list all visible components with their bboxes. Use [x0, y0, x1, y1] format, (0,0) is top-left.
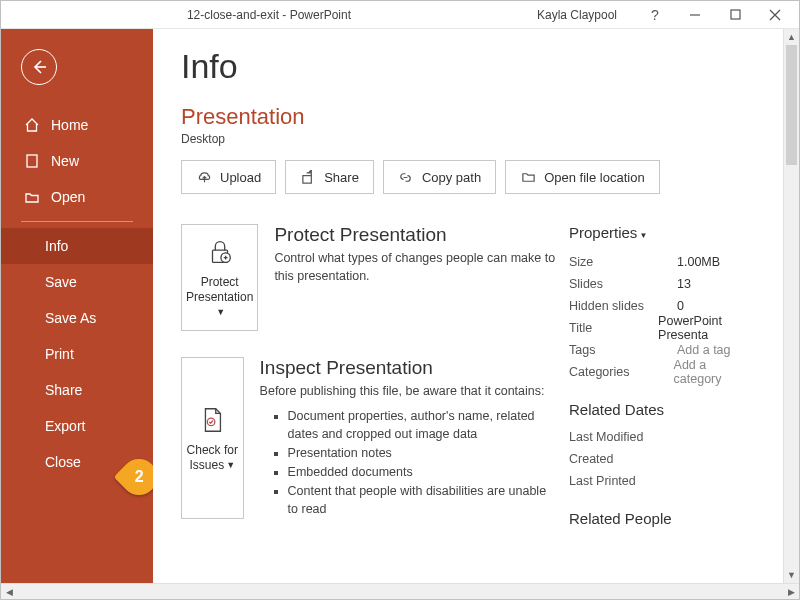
- prop-label: Slides: [569, 277, 677, 291]
- scroll-left-icon[interactable]: ◀: [1, 584, 17, 599]
- sidebar-item-info[interactable]: Info: [1, 228, 153, 264]
- minimize-button[interactable]: [675, 1, 715, 29]
- related-dates-heading: Related Dates: [569, 401, 755, 418]
- copy-path-button[interactable]: Copy path: [383, 160, 496, 194]
- share-button[interactable]: Share: [285, 160, 374, 194]
- protect-presentation-button[interactable]: Protect Presentation▼: [181, 224, 258, 331]
- prop-label: Tags: [569, 343, 677, 357]
- prop-label: Last Printed: [569, 474, 677, 488]
- prop-label: Categories: [569, 365, 674, 379]
- sidebar-item-label: Info: [45, 238, 68, 254]
- chevron-down-icon: ▼: [639, 231, 647, 240]
- protect-desc: Control what types of changes people can…: [274, 250, 559, 285]
- sidebar-item-label: Print: [45, 346, 74, 362]
- inspect-list: Document properties, author's name, rela…: [260, 407, 559, 520]
- lock-icon: [203, 235, 237, 269]
- link-icon: [398, 169, 414, 185]
- upload-button[interactable]: Upload: [181, 160, 276, 194]
- new-icon: [23, 152, 41, 170]
- sidebar-item-label: Open: [51, 189, 85, 205]
- related-people-heading: Related People: [569, 510, 755, 527]
- sidebar-item-home[interactable]: Home: [1, 107, 153, 143]
- prop-value-tags[interactable]: Add a tag: [677, 343, 731, 357]
- sidebar-item-label: Save As: [45, 310, 96, 326]
- backstage-sidebar: Home New Open Info Save Save As Print Sh…: [1, 29, 153, 583]
- prop-label: Last Modified: [569, 430, 677, 444]
- presentation-title: Presentation: [181, 104, 755, 130]
- chevron-down-icon: ▼: [226, 460, 235, 471]
- button-label: Copy path: [422, 170, 481, 185]
- prop-label: Created: [569, 452, 677, 466]
- close-window-button[interactable]: [755, 1, 795, 29]
- inspect-title: Inspect Presentation: [260, 357, 559, 379]
- prop-value-hidden: 0: [677, 299, 684, 313]
- sidebar-item-label: Home: [51, 117, 88, 133]
- scroll-thumb[interactable]: [786, 45, 797, 165]
- window-title: 12-close-and-exit - PowerPoint: [1, 8, 537, 22]
- inspect-icon: [195, 403, 229, 437]
- svg-rect-6: [303, 175, 311, 183]
- check-for-issues-button[interactable]: Check for Issues▼: [181, 357, 244, 519]
- inspect-item: Content that people with disabilities ar…: [288, 482, 559, 520]
- action-button-row: Upload Share Copy path Open file locatio…: [181, 160, 755, 194]
- sidebar-item-save[interactable]: Save: [1, 264, 153, 300]
- prop-value-title[interactable]: PowerPoint Presenta: [658, 314, 755, 342]
- prop-label: Size: [569, 255, 677, 269]
- svg-rect-1: [731, 10, 740, 19]
- upload-icon: [196, 169, 212, 185]
- user-name[interactable]: Kayla Claypool: [537, 8, 617, 22]
- sidebar-item-open[interactable]: Open: [1, 179, 153, 215]
- vertical-scrollbar[interactable]: ▲ ▼: [783, 29, 799, 583]
- back-button[interactable]: [21, 49, 57, 85]
- prop-value-slides: 13: [677, 277, 691, 291]
- sidebar-item-label: Save: [45, 274, 77, 290]
- inspect-item: Presentation notes: [288, 444, 559, 463]
- scroll-down-icon[interactable]: ▼: [784, 567, 799, 583]
- inspect-desc: Before publishing this file, be aware th…: [260, 383, 559, 401]
- main-panel: Info Presentation Desktop Upload Share C…: [153, 29, 783, 583]
- sidebar-item-label: Export: [45, 418, 85, 434]
- sidebar-separator: [21, 221, 133, 222]
- sidebar-item-label: Close: [45, 454, 81, 470]
- properties-heading[interactable]: Properties▼: [569, 224, 755, 241]
- button-label: Protect Presentation: [186, 275, 253, 304]
- inspect-block: Check for Issues▼ Inspect Presentation B…: [181, 357, 559, 519]
- horizontal-scrollbar[interactable]: ◀ ▶: [1, 583, 799, 599]
- presentation-location: Desktop: [181, 132, 755, 146]
- button-label: Share: [324, 170, 359, 185]
- prop-value-size: 1.00MB: [677, 255, 720, 269]
- inspect-item: Embedded documents: [288, 463, 559, 482]
- prop-label: Title: [569, 321, 658, 335]
- protect-title: Protect Presentation: [274, 224, 559, 246]
- titlebar: 12-close-and-exit - PowerPoint Kayla Cla…: [1, 1, 799, 29]
- sidebar-item-share[interactable]: Share: [1, 372, 153, 408]
- inspect-item: Document properties, author's name, rela…: [288, 407, 559, 445]
- home-icon: [23, 116, 41, 134]
- svg-rect-5: [27, 155, 37, 167]
- folder-icon: [520, 169, 536, 185]
- sidebar-item-save-as[interactable]: Save As: [1, 300, 153, 336]
- open-file-location-button[interactable]: Open file location: [505, 160, 659, 194]
- prop-label: Hidden slides: [569, 299, 677, 313]
- properties-panel: Properties▼ Size1.00MB Slides13 Hidden s…: [559, 224, 755, 545]
- help-button[interactable]: ?: [635, 1, 675, 29]
- chevron-down-icon: ▼: [216, 307, 225, 318]
- page-heading: Info: [181, 47, 755, 86]
- scroll-up-icon[interactable]: ▲: [784, 29, 799, 45]
- open-icon: [23, 188, 41, 206]
- sidebar-item-label: New: [51, 153, 79, 169]
- prop-value-categories[interactable]: Add a category: [674, 358, 755, 386]
- sidebar-item-print[interactable]: Print: [1, 336, 153, 372]
- protect-block: Protect Presentation▼ Protect Presentati…: [181, 224, 559, 331]
- sidebar-item-export[interactable]: Export: [1, 408, 153, 444]
- button-label: Upload: [220, 170, 261, 185]
- button-label: Open file location: [544, 170, 644, 185]
- maximize-button[interactable]: [715, 1, 755, 29]
- sidebar-item-label: Share: [45, 382, 82, 398]
- titlebar-right: Kayla Claypool ?: [537, 1, 799, 29]
- sidebar-item-new[interactable]: New: [1, 143, 153, 179]
- scroll-right-icon[interactable]: ▶: [783, 584, 799, 599]
- share-icon: [300, 169, 316, 185]
